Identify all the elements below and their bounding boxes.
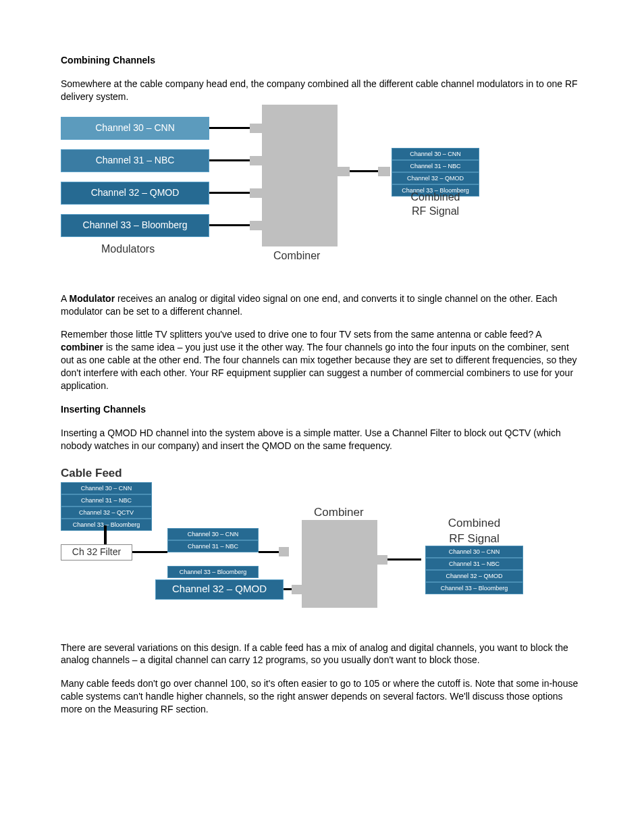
out-row-2: Channel 32 – QMOD — [425, 570, 523, 582]
filtered-row: Channel 31 – NBC — [167, 540, 259, 552]
filtered-row: Channel 33 – Bloomberg — [167, 566, 259, 578]
out-row: Channel 31 – NBC — [392, 160, 479, 172]
mod-box-2: Channel 32 – QMOD — [61, 182, 209, 205]
out-row-2: Channel 31 – NBC — [425, 558, 523, 570]
label-combiner-2: Combiner — [314, 505, 364, 521]
heading-inserting: Inserting Channels — [61, 403, 583, 416]
out-row: Channel 30 – CNN — [392, 148, 479, 160]
label-combined: CombinedRF Signal — [392, 190, 479, 219]
para-variations: There are several variations on this des… — [61, 642, 583, 667]
filter-box: Ch 32 Filter — [61, 544, 132, 561]
out-row-2: Channel 30 – CNN — [425, 546, 523, 558]
diagram-inserting: Cable Feed Channel 30 – CNN Channel 31 –… — [61, 466, 583, 621]
combiner-body — [262, 105, 338, 246]
label-combiner: Combiner — [273, 249, 320, 263]
combiner-body-2 — [302, 520, 377, 608]
diagram-combining: Channel 30 – CNN Channel 31 – NBC Channe… — [61, 117, 583, 272]
mod-box-3: Channel 33 – Bloomberg — [61, 214, 209, 237]
para-modulator: A Modulator receives an analog or digita… — [61, 292, 583, 318]
label-combined-2: CombinedRF Signal — [425, 516, 523, 547]
para-insert-intro: Inserting a QMOD HD channel into the sys… — [61, 427, 583, 452]
feed-row: Channel 32 – QCTV — [61, 506, 152, 519]
para-intro: Somewhere at the cable company head end,… — [61, 78, 583, 103]
feed-row: Channel 30 – CNN — [61, 482, 152, 494]
label-modulators: Modulators — [101, 242, 155, 257]
out-row-2: Channel 33 – Bloomberg — [425, 582, 523, 594]
label-cable-feed: Cable Feed — [61, 466, 122, 481]
mod-box-0: Channel 30 – CNN — [61, 117, 209, 140]
feed-row: Channel 31 – NBC — [61, 494, 152, 506]
filtered-list: Channel 30 – CNN Channel 31 – NBC Channe… — [167, 528, 259, 578]
output-list-2: Channel 30 – CNN Channel 31 – NBC Channe… — [425, 546, 523, 595]
heading-combining: Combining Channels — [61, 54, 583, 67]
feed-list: Channel 30 – CNN Channel 31 – NBC Channe… — [61, 482, 152, 531]
qmod-box: Channel 32 – QMOD — [155, 579, 284, 600]
para-combiner: Remember those little TV splitters you'v… — [61, 328, 583, 392]
para-channel100: Many cable feeds don't go over channel 1… — [61, 677, 583, 716]
filtered-row: Channel 30 – CNN — [167, 528, 259, 540]
out-row: Channel 32 – QMOD — [392, 172, 479, 184]
mod-box-1: Channel 31 – NBC — [61, 149, 209, 172]
